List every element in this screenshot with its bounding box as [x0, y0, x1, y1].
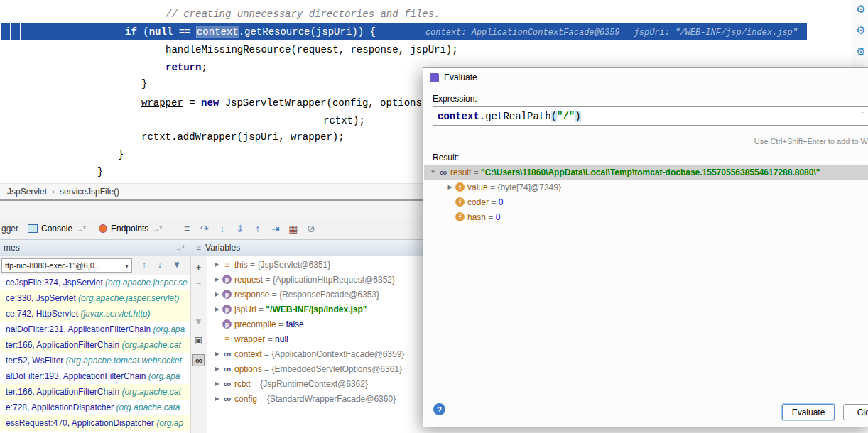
frame-row[interactable]: alDoFilter:193, ApplicationFilterChain (…: [0, 368, 190, 384]
field-icon: f: [455, 197, 465, 207]
mute-breakpoints-icon[interactable]: ⊘: [302, 223, 320, 234]
var-icon: ≡: [222, 260, 232, 269]
filter-icon[interactable]: ▼: [170, 259, 183, 270]
next-frame-icon[interactable]: ↓: [153, 259, 166, 270]
run-to-cursor-icon[interactable]: ⇥: [266, 223, 284, 234]
add-icon[interactable]: +: [192, 262, 205, 274]
frame-row[interactable]: essRequest:470, ApplicationDispatcher (o…: [0, 415, 190, 431]
expression-token: (: [551, 111, 557, 122]
variables-header-label: Variables: [205, 243, 240, 253]
inline-debug-hint: jspUri: "/WEB-INF/jsp/index.jsp": [634, 28, 798, 38]
step-into-icon[interactable]: ↓: [213, 223, 231, 234]
tab-debugger[interactable]: gger: [0, 224, 21, 234]
chevron-right-icon[interactable]: ▶: [212, 380, 222, 387]
frame-package: (org.apache.cat: [121, 340, 180, 350]
expression-input[interactable]: context.getRealPath("/") ˇ: [433, 106, 868, 126]
frame-row[interactable]: ter:166, ApplicationFilterChain (org.apa…: [0, 337, 190, 353]
frame-location: ceJspFile:374, JspServlet: [6, 278, 105, 287]
variable-row[interactable]: ▶oooptions = {EmbeddedServletOptions@636…: [208, 361, 423, 376]
variable-value: 0: [499, 197, 504, 207]
help-icon[interactable]: ?: [433, 403, 445, 415]
variable-row[interactable]: ▶oorctxt = {JspRuntimeContext@6362}: [208, 376, 423, 391]
force-step-into-icon[interactable]: ⇓: [231, 223, 249, 234]
variable-value: null: [275, 334, 288, 344]
view-breakpoints-icon[interactable]: ▦: [284, 223, 302, 234]
chevron-right-icon[interactable]: ▶: [212, 306, 222, 312]
expression-token: context: [438, 111, 479, 122]
remove-icon[interactable]: −: [192, 278, 205, 290]
equals-sign: =: [257, 394, 267, 404]
evaluate-button[interactable]: Evaluate: [782, 404, 835, 420]
exec-code-token: ==: [173, 26, 197, 38]
frame-row[interactable]: ce:330, JspServlet (org.apache.jasper.se…: [0, 290, 190, 306]
dialog-title: Evaluate: [444, 72, 477, 82]
variable-value: {ApplicationContextFacade@6359}: [271, 349, 404, 359]
variable-row[interactable]: ▶ooconfig = {StandardWrapperFacade@6360}: [208, 391, 423, 406]
equals-sign: =: [265, 334, 275, 344]
frame-row[interactable]: ter:166, ApplicationFilterChain (org.apa…: [0, 384, 190, 400]
variable-value: "/WEB-INF/jsp/index.jsp": [266, 305, 367, 314]
chevron-right-icon[interactable]: ▶: [212, 261, 222, 268]
frame-row[interactable]: nalDoFilter:231, ApplicationFilterChain …: [0, 322, 190, 337]
variable-name: request: [234, 275, 263, 285]
chevron-right-icon[interactable]: ▶: [212, 276, 222, 283]
copy-icon[interactable]: ▣: [192, 334, 205, 346]
thread-selector[interactable]: ttp-nio-8080-exec-1"@6,0... ▾: [1, 258, 132, 273]
frame-row[interactable]: ceJspFile:374, JspServlet (org.apache.ja…: [0, 275, 190, 290]
chevron-down-icon[interactable]: ▼: [428, 169, 438, 175]
field-icon: f: [455, 212, 465, 221]
tab-console[interactable]: Console →*: [21, 219, 92, 239]
gear-icon[interactable]: ⚙: [855, 45, 867, 58]
exec-code-token: if: [125, 26, 143, 38]
tab-endpoints[interactable]: Endpoints →*: [92, 219, 168, 239]
threads-view-icon[interactable]: ≡: [178, 223, 195, 234]
equals-sign: =: [262, 364, 272, 374]
field-icon: f: [455, 182, 465, 192]
equals-sign: =: [251, 379, 261, 389]
result-row[interactable]: fcoder = 0: [424, 194, 868, 209]
gear-icon[interactable]: ⚙: [855, 3, 867, 16]
code-line: }: [118, 146, 124, 163]
watches-icon[interactable]: oo: [192, 354, 205, 366]
breadcrumb-method[interactable]: serviceJspFile(): [60, 187, 119, 197]
close-button[interactable]: Close: [843, 404, 868, 420]
code-line: return;: [166, 59, 207, 76]
frame-row[interactable]: ter:52, WsFilter (org.apache.tomcat.webs…: [0, 353, 190, 368]
navigate-icon[interactable]: →*: [175, 244, 185, 252]
chevron-right-icon[interactable]: ▶: [212, 366, 222, 372]
variable-row[interactable]: ▶presponse = {ResponseFacade@6353}: [208, 287, 423, 302]
variable-row[interactable]: ≡wrapper = null: [208, 331, 423, 346]
variable-value: {ResponseFacade@6353}: [279, 290, 379, 300]
execution-gutter-block: [1, 23, 10, 40]
equals-sign: =: [248, 260, 258, 270]
frames-list: ceJspFile:374, JspServlet (org.apache.ja…: [0, 275, 190, 433]
gear-icon[interactable]: ⚙: [855, 24, 867, 37]
frame-location: ter:52, WsFilter: [6, 356, 66, 366]
text-caret: [582, 111, 582, 122]
result-row[interactable]: ▶fvalue = {byte[74]@7349}: [424, 180, 868, 194]
variable-row[interactable]: pprecompile = false: [208, 317, 423, 331]
variable-row[interactable]: ▶prequest = {ApplicationHttpRequest@6352…: [208, 272, 423, 287]
expand-icon[interactable]: ▼: [192, 316, 205, 328]
frame-row[interactable]: ce:742, HttpServlet (javax.servlet.http): [0, 306, 190, 322]
variable-row[interactable]: ▶oocontext = {ApplicationContextFacade@6…: [208, 346, 423, 361]
evaluate-dialog-titlebar[interactable]: Evaluate: [423, 68, 868, 87]
result-tree: ▼ooresult = "C:\Users\11860\AppData\Loca…: [424, 165, 868, 224]
history-chevron-icon[interactable]: ˇ: [861, 111, 864, 119]
variable-row[interactable]: ▶≡this = {JspServlet@6351}: [208, 257, 423, 272]
step-out-icon[interactable]: ↑: [249, 223, 266, 234]
frame-row[interactable]: e:728, ApplicationDispatcher (org.apache…: [0, 400, 190, 415]
previous-frame-icon[interactable]: ↑: [138, 259, 151, 270]
chevron-right-icon[interactable]: ▶: [212, 395, 222, 402]
chevron-right-icon[interactable]: ▶: [445, 184, 455, 190]
frame-location: nalDoFilter:231, ApplicationFilterChain: [6, 324, 153, 334]
variable-row[interactable]: ▶pjspUri = "/WEB-INF/jsp/index.jsp": [208, 302, 423, 317]
breadcrumb-class[interactable]: JspServlet: [7, 187, 47, 197]
tab-arrow-icon: →*: [76, 225, 86, 233]
result-row[interactable]: ▼ooresult = "C:\Users\11860\AppData\Loca…: [424, 165, 868, 180]
chevron-right-icon[interactable]: ▶: [212, 291, 222, 297]
chevron-right-icon[interactable]: ▶: [212, 351, 222, 357]
result-row[interactable]: fhash = 0: [424, 209, 868, 224]
expression-token: ): [575, 111, 580, 122]
step-over-icon[interactable]: ↷: [195, 223, 213, 234]
